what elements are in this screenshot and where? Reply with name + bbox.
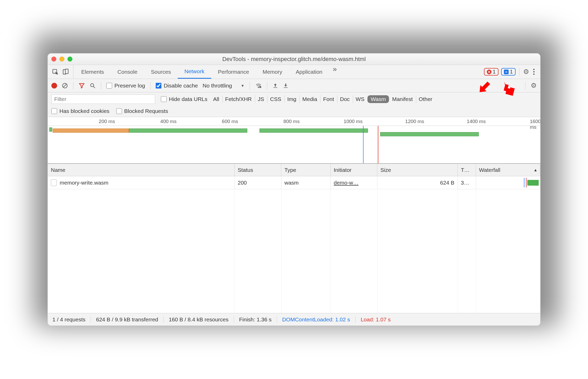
type-manifest[interactable]: Manifest bbox=[389, 95, 415, 103]
status-load: Load: 1.07 s bbox=[355, 316, 396, 323]
kebab-menu-icon[interactable] bbox=[532, 69, 536, 75]
throttling-select[interactable]: No throttling ▼ bbox=[203, 83, 244, 89]
download-icon[interactable] bbox=[283, 83, 289, 89]
col-name[interactable]: Name bbox=[48, 164, 235, 176]
tick-200: 200 ms bbox=[99, 119, 115, 124]
disable-cache-checkbox[interactable]: Disable cache bbox=[156, 83, 198, 89]
type-img[interactable]: Img bbox=[284, 95, 299, 103]
has-blocked-cookies-checkbox[interactable]: Has blocked cookies bbox=[51, 108, 110, 114]
status-dcl: DOMContentLoaded: 1.02 s bbox=[277, 316, 355, 323]
tick-800: 800 ms bbox=[283, 119, 299, 124]
type-media[interactable]: Media bbox=[299, 95, 320, 103]
col-status[interactable]: Status bbox=[235, 164, 281, 176]
svg-rect-10 bbox=[284, 87, 288, 88]
overview-body bbox=[48, 126, 540, 163]
type-wasm[interactable]: Wasm bbox=[367, 95, 389, 103]
svg-point-7 bbox=[258, 87, 259, 87]
type-font[interactable]: Font bbox=[320, 95, 337, 103]
device-toggle-icon[interactable] bbox=[62, 69, 69, 75]
status-resources: 160 B / 8.4 kB resources bbox=[164, 316, 234, 323]
overview-ruler: 200 ms 400 ms 600 ms 800 ms 1000 ms 1200… bbox=[48, 117, 540, 126]
cell-initiator: demo-w… bbox=[331, 176, 377, 189]
filter-bar: Hide data URLs All Fetch/XHR JS CSS Img … bbox=[48, 92, 540, 117]
hide-data-urls-label: Hide data URLs bbox=[169, 96, 207, 102]
cell-name-text: memory-write.wasm bbox=[60, 180, 108, 186]
message-icon: ≡ bbox=[504, 70, 509, 74]
tab-sources[interactable]: Sources bbox=[144, 65, 178, 79]
type-fetch-xhr[interactable]: Fetch/XHR bbox=[222, 95, 255, 103]
titlebar: DevTools - memory-inspector.glitch.me/de… bbox=[48, 53, 540, 65]
table-body: memory-write.wasm 200 wasm demo-w… 624 B… bbox=[48, 176, 540, 313]
table-row[interactable]: memory-write.wasm 200 wasm demo-w… 624 B… bbox=[48, 176, 540, 189]
col-type[interactable]: Type bbox=[281, 164, 331, 176]
tab-memory[interactable]: Memory bbox=[256, 65, 289, 79]
error-count: 1 bbox=[493, 69, 496, 75]
svg-rect-9 bbox=[274, 87, 277, 88]
filter-icon[interactable] bbox=[79, 83, 85, 89]
type-doc[interactable]: Doc bbox=[337, 95, 352, 103]
status-transferred: 624 B / 9.9 kB transferred bbox=[91, 316, 163, 323]
preserve-log-checkbox[interactable]: Preserve log bbox=[106, 83, 145, 89]
type-js[interactable]: JS bbox=[255, 95, 267, 103]
type-ws[interactable]: WS bbox=[353, 95, 367, 103]
filter-input[interactable] bbox=[51, 94, 155, 104]
search-icon[interactable] bbox=[90, 83, 96, 89]
tab-elements[interactable]: Elements bbox=[74, 65, 111, 79]
tick-400: 400 ms bbox=[160, 119, 176, 124]
tab-network[interactable]: Network bbox=[178, 65, 211, 79]
cell-time: 3… bbox=[458, 176, 476, 189]
cell-name: memory-write.wasm bbox=[48, 176, 235, 189]
status-bar: 1 / 4 requests 624 B / 9.9 kB transferre… bbox=[48, 313, 540, 326]
file-icon bbox=[51, 179, 57, 186]
sort-asc-icon: ▲ bbox=[534, 168, 537, 172]
settings-icon[interactable] bbox=[523, 68, 529, 76]
network-settings-icon[interactable] bbox=[531, 82, 537, 90]
inspect-icon[interactable] bbox=[52, 69, 59, 75]
has-blocked-cookies-label: Has blocked cookies bbox=[59, 108, 110, 114]
type-other[interactable]: Other bbox=[416, 95, 435, 103]
network-conditions-icon[interactable] bbox=[255, 83, 262, 89]
type-filters: All Fetch/XHR JS CSS Img Media Font Doc … bbox=[213, 95, 435, 103]
col-size[interactable]: Size bbox=[377, 164, 458, 176]
message-count: 1 bbox=[510, 69, 513, 75]
network-toolbar: Preserve log Disable cache No throttling… bbox=[48, 79, 540, 92]
tick-1400: 1400 ms bbox=[467, 119, 486, 124]
tick-600: 600 ms bbox=[222, 119, 238, 124]
cell-size: 624 B bbox=[377, 176, 458, 189]
blocked-requests-checkbox[interactable]: Blocked Requests bbox=[116, 108, 168, 114]
col-time[interactable]: T… bbox=[458, 164, 476, 176]
disable-cache-label: Disable cache bbox=[164, 83, 198, 89]
cell-type: wasm bbox=[281, 176, 331, 189]
tab-application[interactable]: Application bbox=[289, 65, 329, 79]
initiator-link[interactable]: demo-w… bbox=[334, 180, 359, 186]
cell-status: 200 bbox=[235, 176, 281, 189]
type-css[interactable]: CSS bbox=[267, 95, 284, 103]
tab-performance[interactable]: Performance bbox=[211, 65, 256, 79]
tick-1200: 1200 ms bbox=[405, 119, 424, 124]
svg-line-6 bbox=[93, 86, 95, 88]
overview-timeline[interactable]: 200 ms 400 ms 600 ms 800 ms 1000 ms 1200… bbox=[48, 117, 540, 164]
tab-console[interactable]: Console bbox=[111, 65, 144, 79]
tick-1000: 1000 ms bbox=[344, 119, 363, 124]
col-initiator[interactable]: Initiator bbox=[331, 164, 377, 176]
upload-icon[interactable] bbox=[272, 83, 278, 89]
error-badge[interactable]: ✕ 1 bbox=[484, 68, 498, 76]
status-requests: 1 / 4 requests bbox=[52, 316, 91, 323]
col-waterfall-label: Waterfall bbox=[479, 167, 500, 173]
table-header: Name Status Type Initiator Size T… Water… bbox=[48, 164, 540, 176]
type-all[interactable]: All bbox=[213, 95, 222, 103]
throttling-value: No throttling bbox=[203, 83, 232, 89]
messages-badge[interactable]: ≡ 1 bbox=[501, 68, 516, 76]
col-waterfall[interactable]: Waterfall▲ bbox=[476, 164, 540, 176]
status-finish: Finish: 1.36 s bbox=[234, 316, 277, 323]
devtools-window: DevTools - memory-inspector.glitch.me/de… bbox=[47, 53, 541, 326]
hide-data-urls-checkbox[interactable]: Hide data URLs bbox=[161, 96, 207, 102]
svg-point-5 bbox=[91, 84, 94, 87]
clear-icon[interactable] bbox=[62, 83, 68, 89]
more-tabs-chevron-icon[interactable]: » bbox=[330, 65, 339, 79]
preserve-log-label: Preserve log bbox=[114, 83, 145, 89]
blocked-requests-label: Blocked Requests bbox=[124, 108, 168, 114]
record-button[interactable] bbox=[51, 83, 57, 89]
window-title: DevTools - memory-inspector.glitch.me/de… bbox=[48, 56, 540, 63]
requests-table: Name Status Type Initiator Size T… Water… bbox=[48, 164, 540, 313]
